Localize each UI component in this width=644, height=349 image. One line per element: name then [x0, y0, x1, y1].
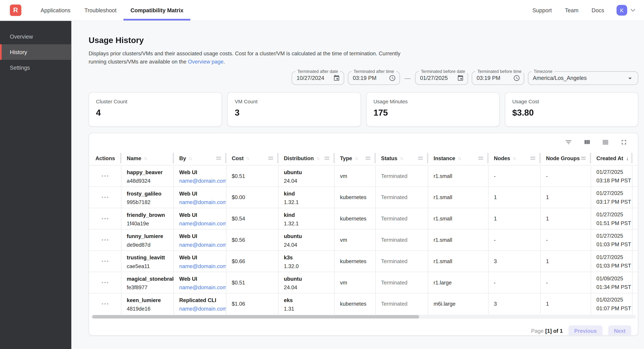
- column-separator[interactable]: [374, 153, 376, 163]
- columns-icon[interactable]: [583, 138, 591, 146]
- column-separator[interactable]: [631, 153, 632, 163]
- row-actions-button[interactable]: [89, 272, 122, 293]
- next-page-button[interactable]: Next: [608, 326, 631, 336]
- column-header-cost[interactable]: Cost ↑↓ ↓: [226, 151, 278, 165]
- table-row: keen_lumiere4819de16 Replicated CLIname@…: [89, 293, 638, 314]
- column-header-distribution[interactable]: Distribution ↑↓ ↓: [278, 151, 335, 165]
- column-header-status[interactable]: Status ↑↓ ↓: [376, 151, 428, 165]
- clock-icon: [513, 75, 520, 82]
- sidebar-item-settings[interactable]: Settings: [0, 60, 72, 75]
- column-separator[interactable]: [590, 153, 591, 163]
- status-cell: Terminated: [376, 187, 428, 208]
- column-header-created-at[interactable]: Created At ↑↓ ↓: [591, 151, 632, 165]
- row-actions-button[interactable]: [89, 230, 122, 250]
- sort-icon[interactable]: ↑↓: [512, 156, 516, 161]
- creator-email-link[interactable]: name@domain.com: [179, 220, 226, 228]
- sort-icon[interactable]: ↑↓: [316, 156, 320, 161]
- column-separator[interactable]: [225, 153, 226, 163]
- node-groups-cell: 1: [540, 251, 591, 272]
- type-cell: kubernetes: [335, 293, 376, 314]
- sort-icon[interactable]: ↑↓: [246, 156, 250, 161]
- nav-tab-applications[interactable]: Applications: [34, 0, 78, 20]
- chevron-down-icon[interactable]: [629, 6, 637, 14]
- creator-email-link[interactable]: name@domain.com: [179, 284, 226, 292]
- instance-cell: r1.small: [428, 208, 489, 229]
- fullscreen-icon[interactable]: [620, 138, 628, 146]
- column-header-instance[interactable]: Instance ↑↓ ↓: [428, 151, 489, 165]
- sidebar-item-history[interactable]: History: [0, 44, 72, 60]
- column-menu-icon[interactable]: [530, 157, 535, 160]
- column-menu-icon[interactable]: [478, 157, 483, 160]
- created-date: 01/02/2025: [596, 296, 629, 304]
- sidebar-item-overview[interactable]: Overview: [0, 29, 72, 44]
- row-actions-button[interactable]: [89, 208, 122, 229]
- column-header-by[interactable]: By ↑↓ ↓: [174, 151, 226, 165]
- type-cell: kubernetes: [335, 251, 376, 272]
- sidebar: OverviewHistorySettings: [0, 21, 72, 349]
- filter-icon[interactable]: [565, 138, 572, 146]
- column-menu-icon[interactable]: [324, 157, 329, 160]
- horizontal-scrollbar[interactable]: [91, 315, 636, 319]
- sort-desc-icon[interactable]: ↓: [626, 155, 629, 161]
- filter-terminated-after-date[interactable]: Terminated after date 10/27/2024: [292, 71, 344, 85]
- sort-icon[interactable]: ↑↓: [400, 156, 404, 161]
- nav-link-team[interactable]: Team: [558, 7, 585, 13]
- row-actions-button[interactable]: [89, 251, 122, 272]
- created-date: 01/27/2025: [596, 232, 629, 240]
- sort-icon[interactable]: ↑↓: [355, 156, 358, 161]
- row-actions-button[interactable]: [89, 293, 122, 314]
- table-row: funny_lumierede9ed87d Web UIname@domain.…: [89, 229, 638, 251]
- overview-page-link[interactable]: Overview page: [188, 58, 224, 65]
- column-header-name[interactable]: Name ↑↓ ↓: [121, 151, 174, 165]
- column-menu-icon[interactable]: [418, 157, 423, 160]
- column-header-nodes[interactable]: Nodes ↑↓ ↓: [488, 151, 540, 165]
- column-header-type[interactable]: Type ↑↓ ↓: [335, 151, 376, 165]
- nav-links: SupportTeamDocs: [526, 7, 611, 13]
- creator-email-link[interactable]: name@domain.com: [179, 198, 226, 207]
- column-header-node-groups[interactable]: Node Groups ↑↓ ↓: [540, 151, 591, 165]
- column-separator[interactable]: [427, 153, 428, 163]
- density-icon[interactable]: [602, 138, 609, 146]
- row-actions-button[interactable]: [89, 166, 122, 186]
- sort-icon[interactable]: ↑↓: [458, 156, 462, 161]
- replicated-logo[interactable]: R: [10, 4, 21, 16]
- nodes-cell: 1: [488, 187, 540, 208]
- column-menu-icon[interactable]: [216, 157, 221, 160]
- column-menu-icon[interactable]: [268, 157, 273, 160]
- column-menu-icon[interactable]: [366, 157, 370, 160]
- page-description: Displays prior clusters/VMs and their as…: [88, 49, 414, 66]
- column-separator[interactable]: [539, 153, 540, 163]
- top-navbar: R ApplicationsTroubleshootCompatibility …: [0, 0, 644, 21]
- created-time: 01:34 PM PST: [596, 283, 629, 291]
- filter-terminated-before-date[interactable]: Terminated before date 01/27/2025: [415, 71, 468, 85]
- filter-terminated-before-time[interactable]: Terminated before time 03:19 PM: [472, 71, 524, 85]
- sort-icon[interactable]: ↑↓: [144, 156, 148, 161]
- column-header-actions[interactable]: Actions ↑↓ ↓: [89, 151, 122, 165]
- column-separator[interactable]: [487, 153, 488, 163]
- creator-email-link[interactable]: name@domain.com: [179, 305, 226, 313]
- row-actions-button[interactable]: [89, 187, 122, 208]
- nav-tab-compatibility-matrix[interactable]: Compatibility Matrix: [124, 0, 190, 20]
- column-separator[interactable]: [277, 153, 278, 163]
- filter-terminated-after-time[interactable]: Terminated after time 03:19 PM: [348, 71, 400, 85]
- creator-email-link[interactable]: name@domain.com: [179, 241, 226, 249]
- nav-link-support[interactable]: Support: [526, 7, 558, 13]
- scrollbar-thumb[interactable]: [92, 315, 419, 319]
- column-menu-icon[interactable]: [581, 157, 586, 160]
- nav-link-docs[interactable]: Docs: [585, 7, 611, 13]
- nav-tab-troubleshoot[interactable]: Troubleshoot: [78, 0, 124, 20]
- column-separator[interactable]: [120, 153, 121, 163]
- avatar[interactable]: K: [616, 5, 627, 15]
- created-date: 01/27/2025: [596, 189, 629, 198]
- created-by-source: Web UI: [179, 211, 223, 219]
- creator-email-link[interactable]: name@domain.com: [179, 262, 226, 271]
- cost-cell: $0.51: [226, 272, 278, 293]
- column-separator[interactable]: [172, 153, 174, 163]
- filter-timezone[interactable]: Timezone America/Los_Angeles: [528, 71, 638, 85]
- instance-cell: r1.large: [428, 272, 489, 293]
- instance-cell: r1.small: [428, 251, 489, 272]
- column-separator[interactable]: [333, 153, 335, 163]
- previous-page-button[interactable]: Previous: [568, 326, 602, 336]
- creator-email-link[interactable]: name@domain.com: [179, 177, 226, 185]
- sort-icon[interactable]: ↑↓: [188, 156, 192, 161]
